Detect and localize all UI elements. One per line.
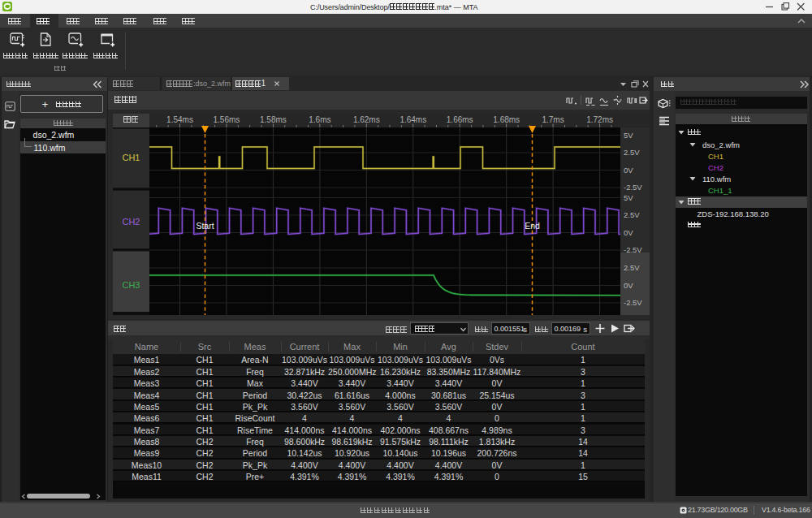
svg-text:-2.5V: -2.5V xyxy=(624,298,642,307)
svg-text:1.66ms: 1.66ms xyxy=(447,115,473,124)
svg-text:2.5V: 2.5V xyxy=(624,210,640,219)
svg-text:1.6ms: 1.6ms xyxy=(309,115,330,124)
svg-text:0V: 0V xyxy=(624,281,633,290)
svg-text:-2.5V: -2.5V xyxy=(624,183,642,192)
svg-text:1.64ms: 1.64ms xyxy=(400,115,426,124)
svg-text:0V: 0V xyxy=(624,166,633,175)
svg-text:2.5V: 2.5V xyxy=(624,148,640,157)
svg-text:CH3: CH3 xyxy=(122,280,140,290)
svg-text:5V: 5V xyxy=(624,193,633,202)
svg-text:2.5V: 2.5V xyxy=(624,263,640,272)
svg-text:1.58ms: 1.58ms xyxy=(260,115,287,124)
svg-text:1.7ms: 1.7ms xyxy=(542,115,564,124)
svg-text:CH1: CH1 xyxy=(122,153,140,162)
svg-text:1.68ms: 1.68ms xyxy=(493,115,520,124)
svg-text:1.54ms: 1.54ms xyxy=(166,115,193,124)
svg-text:1.62ms: 1.62ms xyxy=(353,115,380,124)
svg-text:-2.5V: -2.5V xyxy=(624,245,642,254)
svg-text:CH2: CH2 xyxy=(122,217,140,227)
svg-text:1.56ms: 1.56ms xyxy=(214,115,240,124)
svg-text:End: End xyxy=(525,221,540,231)
svg-text:5V: 5V xyxy=(624,131,633,140)
svg-text:0V: 0V xyxy=(624,228,633,237)
svg-text:1.72ms: 1.72ms xyxy=(586,115,613,124)
svg-text:Start: Start xyxy=(196,221,214,231)
